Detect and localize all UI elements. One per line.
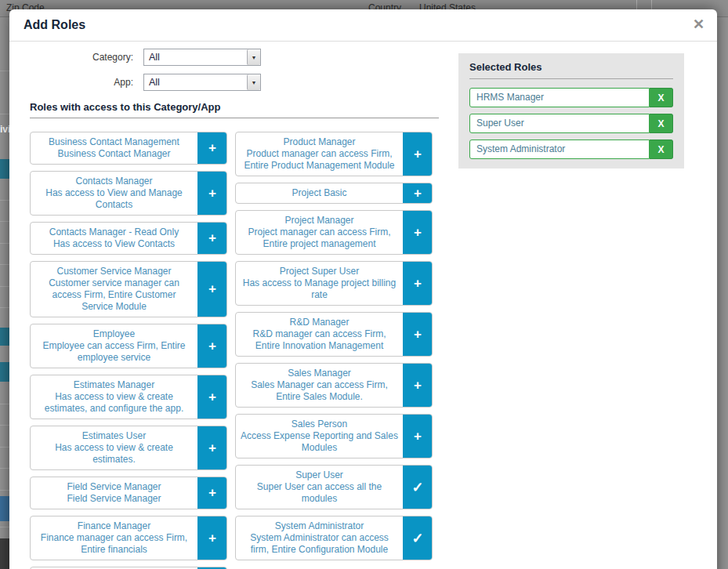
role-action-button[interactable]: + [197, 132, 227, 165]
selected-role-chip: System Administrator X [469, 140, 673, 159]
roles-section-heading: Roles with access to this Category/App [30, 101, 220, 113]
role-card: Project Manager Project manager can acce… [235, 210, 433, 255]
role-title: Contacts Manager [35, 176, 193, 187]
role-title: Product Manager [241, 136, 398, 148]
role-description: R&D manager can access Firm, Entire Inno… [241, 328, 398, 352]
background-row-divider [0, 468, 9, 469]
selected-roles-title: Selected Roles [469, 61, 673, 73]
role-card-text: Estimates User Has access to view & crea… [31, 426, 197, 469]
role-card: Project Super User Has access to Manage … [235, 261, 433, 306]
role-action-button[interactable]: + [197, 222, 227, 255]
role-card-text: Estimates Manager Has access to view & c… [31, 375, 197, 419]
role-title: Field Service Manager [35, 481, 193, 493]
add-roles-dialog: Add Roles ✕ Category: All ▼ App: All ▼ R… [9, 9, 717, 569]
role-card-text: Employee Employee can access Firm, Entir… [31, 324, 197, 368]
role-card-text: Super User Super User can access all the… [236, 466, 403, 509]
role-description: Field Service Manager [35, 493, 193, 505]
role-card: Estimates Manager Has access to view & c… [30, 375, 227, 419]
background-row-divider [0, 447, 9, 448]
selected-roles-list: HRMS Manager X Super User X System Admin… [469, 88, 673, 159]
roles-grid: Business Contact Management Business Con… [30, 132, 433, 569]
role-action-button[interactable]: + [403, 261, 433, 306]
filter-form: Category: All ▼ App: All ▼ [24, 49, 261, 99]
role-card-text: Sales Person Access Expense Reporting an… [236, 415, 403, 458]
role-action-button[interactable]: + [197, 261, 227, 317]
role-card-text: Sales Manager Sales Manager can access F… [236, 364, 403, 407]
role-title: Employee [35, 328, 193, 340]
role-description: Has access to View and Manage Contacts [35, 187, 193, 211]
background-row-divider [0, 307, 9, 308]
role-action-button[interactable]: + [197, 324, 227, 368]
app-select-value: All [144, 74, 247, 90]
background-row-divider [0, 490, 9, 491]
role-card-text: System Administrator System Administrato… [236, 516, 403, 560]
chevron-down-icon: ▼ [247, 49, 260, 65]
role-card-text: R&D Manager R&D manager can access Firm,… [236, 313, 403, 356]
role-action-button[interactable]: + [403, 363, 433, 408]
dialog-title: Add Roles [24, 18, 85, 32]
role-card-text: Business Contact Management Business Con… [31, 132, 197, 164]
role-action-button[interactable]: + [197, 426, 227, 470]
selected-roles-panel: Selected Roles HRMS Manager X Super User… [458, 53, 684, 169]
role-title: Project Basic [241, 187, 398, 199]
role-title: Project Manager [241, 215, 398, 227]
role-action-button[interactable]: ✓ [403, 465, 433, 509]
category-select[interactable]: All ▼ [143, 49, 261, 66]
role-title: Customer Service Manager [35, 266, 193, 277]
background-row-divider [0, 114, 9, 114]
role-title: Sales Person [241, 419, 398, 430]
role-card: Employee Employee can access Firm, Entir… [30, 324, 227, 368]
role-description: Has access to view & create estimates. [35, 442, 193, 466]
roles-column-left: Business Contact Management Business Con… [30, 132, 227, 569]
role-action-button[interactable]: ✓ [403, 516, 433, 560]
role-card: Field Service Manager Field Service Mana… [30, 477, 227, 509]
role-description: Has access to View Contacts [35, 238, 193, 250]
category-label: Category: [24, 52, 133, 63]
role-card-text: Project Manager Project manager can acce… [236, 211, 403, 254]
remove-role-button[interactable]: X [650, 140, 673, 159]
role-description: Employee can access Firm, Entire employe… [35, 340, 193, 364]
role-title: Sales Manager [241, 368, 398, 379]
role-description: Has access to view & create estimates, a… [35, 391, 193, 415]
background-row-divider [0, 527, 9, 527]
role-action-button[interactable]: + [403, 414, 433, 458]
app-row: App: All ▼ [24, 74, 261, 91]
role-description: Sales Manager can access Firm, Entire Sa… [241, 379, 398, 403]
role-title: Project Super User [241, 266, 398, 277]
role-action-button[interactable]: + [197, 171, 227, 216]
background-row-divider [0, 221, 9, 222]
role-action-button[interactable]: + [197, 375, 227, 419]
role-card: Contacts Manager Has access to View and … [30, 171, 227, 216]
role-description: Customer service manager can access Firm… [35, 277, 193, 313]
role-card-text: Product Manager Product manager can acce… [236, 132, 403, 176]
role-title: Business Contact Management [35, 136, 193, 148]
role-card: Estimates User Has access to view & crea… [30, 426, 227, 470]
role-card: System Administrator System Administrato… [235, 516, 433, 560]
remove-role-button[interactable]: X [650, 114, 673, 133]
app-select[interactable]: All ▼ [143, 74, 261, 91]
remove-role-button[interactable]: X [650, 88, 673, 107]
role-action-button[interactable]: + [403, 210, 433, 255]
role-description: Access Expense Reporting and Sales Modul… [241, 430, 398, 454]
role-card-text: Project Basic [236, 183, 403, 203]
role-action-button[interactable]: + [197, 516, 227, 560]
role-title: Estimates Manager [35, 379, 193, 391]
category-select-value: All [144, 49, 247, 65]
selected-role-chip: HRMS Manager X [469, 88, 673, 107]
role-action-button[interactable]: + [197, 477, 227, 509]
role-action-button[interactable]: + [403, 312, 433, 357]
role-card: Sales Person Access Expense Reporting an… [235, 414, 433, 458]
role-description: System Administrator can access firm, En… [241, 532, 398, 556]
close-icon[interactable]: ✕ [693, 17, 704, 31]
selected-role-label: HRMS Manager [469, 88, 650, 107]
role-card: Sales Manager Sales Manager can access F… [235, 363, 433, 408]
role-description: Project manager can access Firm, Entire … [241, 227, 398, 250]
role-action-button[interactable]: + [403, 132, 433, 176]
role-card: Project Basic + [235, 183, 433, 204]
role-card-text: Contacts Manager Has access to View and … [31, 172, 197, 215]
selected-role-label: System Administrator [469, 140, 650, 159]
role-card: Contacts Manager - Read Only Has access … [30, 222, 227, 255]
role-title: R&D Manager [241, 317, 398, 328]
role-action-button[interactable]: + [403, 183, 433, 204]
app-label: App: [24, 77, 133, 88]
